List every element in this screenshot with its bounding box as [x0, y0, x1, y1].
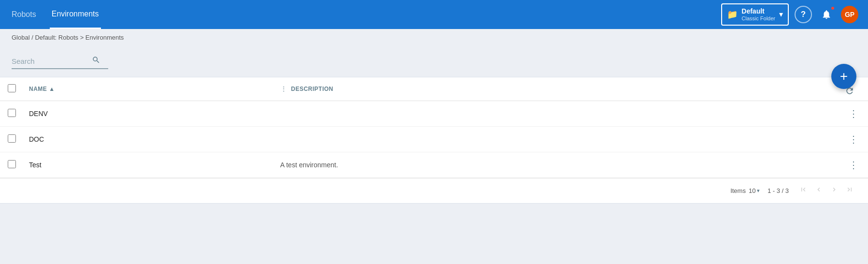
- row-name: DOC: [23, 127, 274, 152]
- row-checkbox[interactable]: [8, 134, 16, 143]
- last-page-button[interactable]: [843, 184, 856, 198]
- notification-badge: [830, 6, 835, 11]
- table-row: DENV ⋮: [0, 101, 868, 127]
- chevron-down-icon: ▾: [779, 10, 783, 19]
- items-per-page-select[interactable]: 5 10 25 50: [749, 187, 764, 194]
- column-resize-icon: ⋮: [280, 85, 287, 93]
- tab-robots[interactable]: Robots: [10, 0, 38, 29]
- select-all-header: [0, 77, 23, 101]
- header-nav: Robots Environments: [10, 0, 101, 29]
- table-header-row: NAME ▲ ⋮ DESCRIPTION: [0, 77, 868, 101]
- environments-table: NAME ▲ ⋮ DESCRIPTION: [0, 77, 868, 178]
- row-more-button[interactable]: ⋮: [845, 132, 862, 146]
- items-per-page: Items 5 10 25 50: [730, 187, 760, 194]
- pagination-bar: Items 5 10 25 50 1 - 3 / 3: [0, 178, 868, 203]
- folder-selector[interactable]: 📁 Default Classic Folder ▾: [721, 3, 789, 26]
- row-description: [274, 101, 839, 127]
- folder-name: Default: [741, 7, 775, 15]
- folder-text: Default Classic Folder: [741, 7, 775, 22]
- page-info: 1 - 3 / 3: [768, 187, 789, 194]
- row-more-button[interactable]: ⋮: [845, 107, 862, 120]
- row-checkbox[interactable]: [8, 160, 16, 168]
- notification-wrap: ?: [795, 6, 812, 23]
- app-header: Robots Environments 📁 Default Classic Fo…: [0, 0, 868, 29]
- header-actions: 📁 Default Classic Folder ▾ ? GP: [721, 3, 858, 26]
- search-input-wrap: [12, 54, 108, 69]
- sort-asc-icon: ▲: [49, 86, 55, 92]
- row-checkbox-cell: [0, 101, 23, 127]
- search-bar: [0, 54, 868, 77]
- row-checkbox-cell: [0, 127, 23, 152]
- items-per-page-select-wrap: 5 10 25 50: [749, 187, 760, 194]
- breadcrumb: Global / Default: Robots > Environments: [0, 29, 868, 46]
- row-name: Test: [23, 152, 274, 178]
- folder-icon: 📁: [727, 9, 738, 20]
- tab-environments[interactable]: Environments: [50, 0, 101, 29]
- notifications-wrap: [818, 6, 835, 23]
- data-table: + NAME ▲: [0, 77, 868, 204]
- bell-icon: [821, 9, 832, 20]
- table-header: NAME ▲ ⋮ DESCRIPTION: [0, 77, 868, 101]
- table-body: DENV ⋮ DOC ⋮: [0, 101, 868, 178]
- name-column-header[interactable]: NAME ▲: [23, 77, 274, 101]
- items-label: Items: [730, 187, 746, 194]
- page-nav: [797, 184, 856, 198]
- row-name: DENV: [23, 101, 274, 127]
- row-actions: ⋮: [839, 152, 868, 178]
- help-button[interactable]: ?: [795, 6, 812, 23]
- prev-page-button[interactable]: [812, 184, 825, 198]
- first-page-button[interactable]: [797, 184, 810, 198]
- row-description: [274, 127, 839, 152]
- row-more-button[interactable]: ⋮: [845, 158, 862, 172]
- next-page-button[interactable]: [827, 184, 841, 198]
- row-checkbox[interactable]: [8, 109, 16, 117]
- description-column-header[interactable]: ⋮ DESCRIPTION: [274, 77, 839, 101]
- row-checkbox-cell: [0, 152, 23, 178]
- main-content: + NAME ▲: [0, 46, 868, 264]
- row-description: A test environment.: [274, 152, 839, 178]
- folder-sub: Classic Folder: [741, 15, 775, 22]
- search-input[interactable]: [12, 57, 89, 65]
- row-actions: ⋮: [839, 101, 868, 127]
- table-row: Test A test environment. ⋮: [0, 152, 868, 178]
- select-all-checkbox[interactable]: [8, 84, 16, 92]
- table-row: DOC ⋮: [0, 127, 868, 152]
- avatar[interactable]: GP: [841, 6, 858, 23]
- row-actions: ⋮: [839, 127, 868, 152]
- add-environment-button[interactable]: +: [831, 64, 856, 89]
- search-icon[interactable]: [92, 56, 100, 66]
